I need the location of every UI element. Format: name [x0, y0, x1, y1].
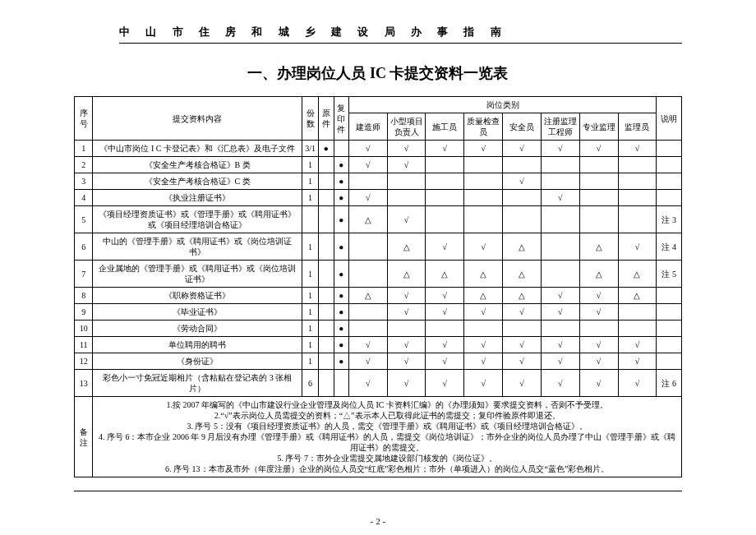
role-header: 监理员: [618, 113, 657, 141]
cell-role-4: △: [503, 233, 542, 261]
table-row: 12《身份证》1●√√√√√√√√: [75, 353, 682, 370]
note-line: 5. 序号 7：市外企业需提交属地建设部门核发的《岗位证》。: [94, 453, 680, 464]
cell-idx: 10: [75, 321, 93, 337]
cell-copy: [334, 370, 348, 397]
cell-copy: ●: [334, 353, 348, 370]
cell-role-6: △: [579, 233, 618, 261]
cell-role-7: √: [618, 233, 657, 261]
cell-content: 《中山市岗位 I C 卡登记表》和《汇总表》及电子文件: [93, 141, 302, 157]
cell-copies: [302, 206, 318, 233]
cell-role-6: √: [579, 370, 618, 397]
cell-orig: [319, 206, 334, 233]
cell-role-1: √: [387, 337, 426, 353]
cell-role-7: △: [618, 261, 657, 288]
table-row: 10《劳动合同》1●: [75, 321, 682, 337]
note-line: 6. 序号 13：本市及市外（年度注册）企业的岗位人员交“红底”彩色相片；市外（…: [94, 464, 680, 474]
col-photocopy: 复印件: [334, 97, 348, 141]
cell-role-1: √: [387, 206, 426, 233]
cell-role-2: [426, 206, 464, 233]
cell-content: 《执业注册证书》: [93, 190, 302, 206]
cell-role-1: △: [387, 261, 426, 288]
role-header: 注册监理工程师: [541, 113, 579, 141]
cell-role-7: △: [618, 288, 657, 304]
cell-idx: 5: [75, 206, 93, 233]
cell-note: [657, 190, 682, 206]
cell-role-7: √: [618, 370, 657, 397]
cell-note: [657, 141, 682, 157]
cell-note: [657, 337, 682, 353]
cell-note: [657, 304, 682, 321]
cell-role-0: [348, 233, 387, 261]
cell-role-7: [618, 321, 657, 337]
cell-copies: 1: [302, 233, 318, 261]
cell-note: [657, 353, 682, 370]
cell-role-6: [579, 206, 618, 233]
cell-role-5: [541, 321, 579, 337]
cell-role-5: [541, 157, 579, 173]
cell-role-2: [426, 321, 464, 337]
cell-note: [657, 173, 682, 190]
role-header: 质量检查员: [464, 113, 503, 141]
page-number: - 2 -: [74, 516, 682, 526]
cell-role-7: √: [618, 141, 657, 157]
cell-role-4: [503, 190, 542, 206]
table-row: 1《中山市岗位 I C 卡登记表》和《汇总表》及电子文件3/1●√√√√√√√√: [75, 141, 682, 157]
cell-idx: 8: [75, 288, 93, 304]
cell-orig: [319, 321, 334, 337]
cell-role-2: [426, 190, 464, 206]
cell-copies: 1: [302, 190, 318, 206]
cell-content: 《职称资格证书》: [93, 288, 302, 304]
cell-note: 注 6: [657, 370, 682, 397]
cell-copies: 1: [302, 261, 318, 288]
role-header: 专业监理: [579, 113, 618, 141]
cell-role-1: √: [387, 353, 426, 370]
cell-note: 注 4: [657, 233, 682, 261]
table-row: 11单位聘用的聘书1●√√√√√√√√: [75, 337, 682, 353]
cell-role-4: △: [503, 288, 542, 304]
cell-role-6: [579, 173, 618, 190]
col-note: 说明: [657, 97, 682, 141]
cell-role-1: [387, 321, 426, 337]
cell-role-6: √: [579, 288, 618, 304]
cell-role-5: [541, 206, 579, 233]
cell-role-5: √: [541, 141, 579, 157]
cell-role-4: √: [503, 370, 542, 397]
cell-content: 《安全生产考核合格证》B 类: [93, 157, 302, 173]
cell-role-3: [464, 190, 503, 206]
table-row: 6中山的《管理手册》或《聘用证书》或《岗位培训证书》1●△√√△△√注 4: [75, 233, 682, 261]
cell-content: 《安全生产考核合格证》C 类: [93, 173, 302, 190]
cell-role-1: △: [387, 233, 426, 261]
cell-idx: 13: [75, 370, 93, 397]
cell-role-5: √: [541, 304, 579, 321]
cell-role-3: √: [464, 353, 503, 370]
cell-content: 《项目经理资质证书》或《管理手册》或《聘用证书》或《项目经理培训合格证》: [93, 206, 302, 233]
col-roles-header: 岗位类别: [348, 97, 657, 113]
page-header: 中 山 市 住 房 和 城 乡 建 设 局 办 事 指 南: [119, 25, 682, 44]
cell-role-5: √: [541, 337, 579, 353]
cell-copy: ●: [334, 304, 348, 321]
cell-copy: ●: [334, 173, 348, 190]
cell-idx: 11: [75, 337, 93, 353]
cell-role-0: √: [348, 190, 387, 206]
cell-idx: 6: [75, 233, 93, 261]
cell-role-2: [426, 173, 464, 190]
cell-role-4: △: [503, 261, 542, 288]
cell-role-6: [579, 157, 618, 173]
cell-content: 《劳动合同》: [93, 321, 302, 337]
cell-role-5: [541, 233, 579, 261]
cell-role-3: √: [464, 304, 503, 321]
cell-copy: ●: [334, 337, 348, 353]
cell-idx: 12: [75, 353, 93, 370]
cell-note: 注 5: [657, 261, 682, 288]
cell-role-0: √: [348, 370, 387, 397]
cell-role-4: [503, 321, 542, 337]
cell-role-7: √: [618, 353, 657, 370]
cell-role-0: [348, 261, 387, 288]
cell-role-6: [579, 190, 618, 206]
cell-role-4: √: [503, 353, 542, 370]
cell-role-6: √: [579, 141, 618, 157]
cell-role-7: √: [618, 337, 657, 353]
cell-idx: 9: [75, 304, 93, 321]
cell-orig: [319, 304, 334, 321]
cell-role-2: √: [426, 337, 464, 353]
